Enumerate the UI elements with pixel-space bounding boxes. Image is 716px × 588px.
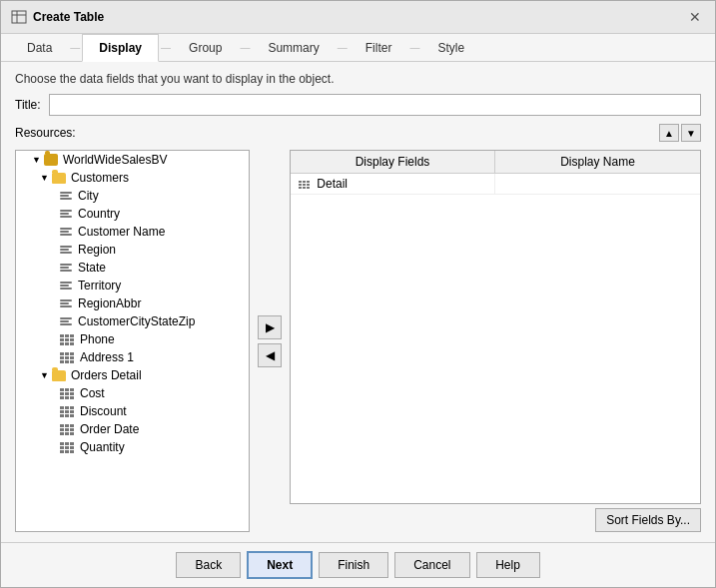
- fields-panel: Display Fields Display Name Detail: [290, 150, 701, 532]
- tree-item-state[interactable]: State: [16, 259, 249, 277]
- tree-item-region[interactable]: Region: [16, 241, 249, 259]
- move-down-button[interactable]: ▼: [681, 124, 701, 142]
- tree-panel: ▼ WorldWideSalesBV ▼ Customers: [15, 150, 250, 532]
- region-abbr-label: RegionAbbr: [78, 296, 141, 310]
- tree-item-region-abbr[interactable]: RegionAbbr: [16, 294, 249, 312]
- region-field-icon: [60, 246, 72, 254]
- tree-root-label: WorldWideSalesBV: [63, 153, 167, 167]
- detail-field-value: Detail: [317, 177, 348, 191]
- content-area: Choose the data fields that you want to …: [1, 62, 715, 542]
- discount-field-icon: [60, 406, 74, 417]
- resources-row: Resources: ▲ ▼: [15, 124, 701, 142]
- tab-display[interactable]: Display: [82, 34, 159, 62]
- quantity-label: Quantity: [80, 440, 125, 454]
- tab-divider-3: —: [238, 42, 252, 53]
- table-row: Detail: [291, 174, 700, 195]
- order-date-field-icon: [60, 424, 74, 435]
- updown-buttons: ▲ ▼: [659, 124, 701, 142]
- expand-customers-icon: ▼: [40, 173, 49, 183]
- remove-field-button[interactable]: ◀: [258, 343, 282, 367]
- city-label: City: [78, 189, 99, 203]
- state-label: State: [78, 261, 106, 275]
- tree-item-ccsz[interactable]: CustomerCityStateZip: [16, 312, 249, 330]
- city-field-icon: [60, 192, 72, 200]
- title-bar-left: Create Table: [11, 9, 104, 25]
- title-input[interactable]: [49, 94, 701, 116]
- state-field-icon: [60, 264, 72, 272]
- fields-table: Display Fields Display Name Detail: [290, 150, 701, 504]
- tab-style[interactable]: Style: [421, 35, 480, 61]
- title-bar: Create Table ✕: [1, 1, 715, 34]
- tree-root[interactable]: ▼ WorldWideSalesBV: [16, 151, 249, 169]
- tree-item-customers[interactable]: ▼ Customers: [16, 169, 249, 187]
- main-area: ▼ WorldWideSalesBV ▼ Customers: [15, 150, 701, 532]
- customers-folder-icon: [52, 173, 66, 184]
- detail-field-icon: [299, 181, 310, 189]
- arrows-panel: ▶ ◀: [256, 150, 284, 532]
- tab-data[interactable]: Data: [11, 35, 68, 61]
- description-text: Choose the data fields that you want to …: [15, 72, 701, 86]
- table-icon: [11, 9, 27, 25]
- display-name-cell[interactable]: [495, 174, 700, 194]
- display-fields-header: Display Fields: [291, 151, 495, 173]
- tree-item-customer-name[interactable]: Customer Name: [16, 223, 249, 241]
- tab-filter[interactable]: Filter: [350, 35, 408, 61]
- create-table-dialog: Create Table ✕ Data — Display — Group — …: [0, 0, 716, 588]
- tree-item-quantity[interactable]: Quantity: [16, 438, 249, 456]
- resources-label: Resources:: [15, 126, 76, 140]
- display-name-input[interactable]: [503, 177, 692, 191]
- orders-folder-icon: [52, 370, 66, 381]
- territory-label: Territory: [78, 279, 121, 293]
- footer: Back Next Finish Cancel Help: [1, 542, 715, 587]
- tree-item-city[interactable]: City: [16, 187, 249, 205]
- customer-name-label: Customer Name: [78, 225, 165, 239]
- tab-bar: Data — Display — Group — Summary — Filte…: [1, 34, 715, 62]
- add-field-button[interactable]: ▶: [258, 315, 282, 339]
- title-label: Title:: [15, 98, 41, 112]
- phone-field-icon: [60, 334, 74, 345]
- country-field-icon: [60, 210, 72, 218]
- tree-item-phone[interactable]: Phone: [16, 330, 249, 348]
- tab-divider-1: —: [68, 42, 82, 53]
- help-button[interactable]: Help: [476, 552, 540, 578]
- finish-button[interactable]: Finish: [319, 552, 388, 578]
- tree-item-cost[interactable]: Cost: [16, 384, 249, 402]
- tab-divider-2: —: [159, 42, 173, 53]
- tree-item-territory[interactable]: Territory: [16, 277, 249, 294]
- dialog-title: Create Table: [33, 10, 104, 24]
- order-date-label: Order Date: [80, 422, 139, 436]
- territory-field-icon: [60, 282, 72, 290]
- next-button[interactable]: Next: [247, 551, 313, 579]
- tab-group[interactable]: Group: [173, 35, 238, 61]
- phone-label: Phone: [80, 332, 115, 346]
- db-icon: [44, 154, 58, 166]
- cost-field-icon: [60, 388, 74, 399]
- tree-item-orders-detail[interactable]: ▼ Orders Detail: [16, 366, 249, 384]
- customers-label: Customers: [71, 171, 129, 185]
- tab-divider-4: —: [336, 42, 350, 53]
- cancel-button[interactable]: Cancel: [394, 552, 469, 578]
- title-row: Title:: [15, 94, 701, 116]
- svg-rect-0: [12, 11, 26, 23]
- move-up-button[interactable]: ▲: [659, 124, 679, 142]
- tab-summary[interactable]: Summary: [252, 35, 335, 61]
- tree-item-order-date[interactable]: Order Date: [16, 420, 249, 438]
- fields-table-header: Display Fields Display Name: [291, 151, 700, 174]
- expand-orders-icon: ▼: [40, 370, 49, 380]
- display-field-cell: Detail: [291, 174, 495, 194]
- sort-fields-button[interactable]: Sort Fields By...: [595, 508, 701, 532]
- tab-divider-5: —: [407, 42, 421, 53]
- tree-item-address1[interactable]: Address 1: [16, 348, 249, 366]
- collapse-icon: ▼: [32, 155, 41, 165]
- ccsz-field-icon: [60, 317, 72, 325]
- ccsz-label: CustomerCityStateZip: [78, 314, 195, 328]
- close-button[interactable]: ✕: [685, 7, 705, 27]
- back-button[interactable]: Back: [176, 552, 241, 578]
- tree-item-country[interactable]: Country: [16, 205, 249, 223]
- discount-label: Discount: [80, 404, 127, 418]
- address1-label: Address 1: [80, 350, 134, 364]
- tree-item-discount[interactable]: Discount: [16, 402, 249, 420]
- address1-field-icon: [60, 352, 74, 363]
- region-abbr-field-icon: [60, 299, 72, 307]
- display-name-header: Display Name: [495, 151, 700, 173]
